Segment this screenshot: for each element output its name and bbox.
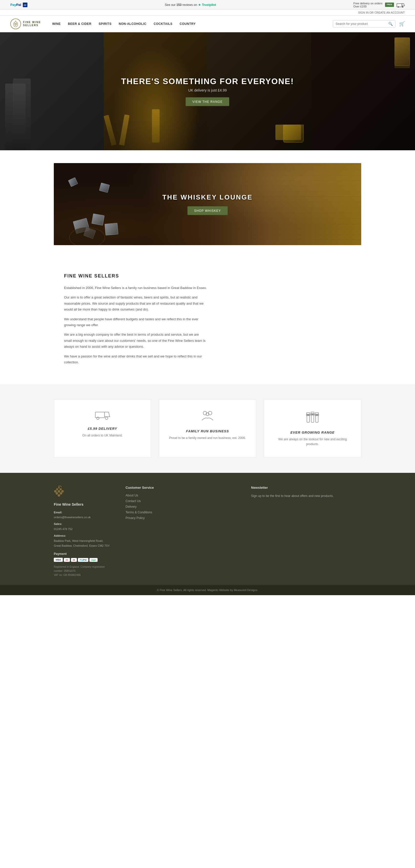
footer-link-terms[interactable]: Terms & Conditions (126, 510, 236, 514)
svg-point-37 (61, 490, 64, 493)
ice-cube-2 (92, 213, 105, 225)
about-para-4: We are a big enough company to offer the… (64, 332, 207, 349)
about-para-5: We have a passion for the wine and other… (64, 353, 207, 365)
feature-family: FAMILY RUN BUSINESS Proud to be a family… (159, 400, 256, 457)
paypal-badge: PayPal (78, 558, 88, 562)
svg-point-19 (105, 417, 108, 420)
nav-link-beer-cider[interactable]: BEER & CIDER (64, 16, 95, 32)
nav-link-spirits[interactable]: SPIRITS (95, 16, 115, 32)
ice-cube-6 (99, 183, 110, 193)
feature-delivery: £5.99 DELIVERY On all orders to UK Mainl… (54, 400, 151, 457)
svg-point-39 (60, 488, 62, 490)
nav-link-non-alcoholic[interactable]: NON-ALCOHOLIC (115, 16, 150, 32)
whiskey-content: THE WHISKEY LOUNGE Shop Whiskey (163, 193, 253, 215)
svg-point-7 (13, 22, 18, 27)
signin-link[interactable]: SIGN IN (358, 11, 369, 14)
feature-family-title: FAMILY RUN BUSINESS (167, 429, 248, 433)
footer-newsletter-title: Newsletter (251, 486, 361, 490)
whiskey-banner: THE WHISKEY LOUNGE Shop Whiskey (54, 163, 361, 245)
footer-copyright: © Fine Wine Sellers. All rights reserved… (157, 589, 258, 592)
svg-marker-16 (105, 412, 110, 417)
hero-title: THERE'S SOMETHING FOR EVERYONE! (121, 77, 294, 86)
hero-banner: THERE'S SOMETHING FOR EVERYONE! UK deliv… (0, 32, 415, 150)
logo-link[interactable]: FINE WINE SELLERS (10, 19, 41, 29)
svg-rect-15 (95, 412, 105, 418)
search-input[interactable] (336, 22, 387, 26)
footer-link-about[interactable]: About Us (126, 494, 236, 497)
ice-cube-5 (68, 177, 78, 187)
feature-family-desc: Proud to be a family owned and run busin… (167, 436, 248, 440)
svg-point-38 (56, 488, 58, 490)
free-delivery-badge: FREE (385, 3, 394, 7)
svg-point-18 (97, 417, 99, 420)
svg-point-32 (58, 494, 60, 497)
trustpilot-section: See our 153 reviews on ★ Trustpilot (165, 3, 216, 7)
whiskey-title: THE WHISKEY LOUNGE (163, 193, 253, 201)
sage-badge: sage (90, 558, 98, 562)
svg-rect-29 (316, 415, 318, 422)
reviews-suffix: reviews on (182, 3, 197, 7)
logo-icon (10, 19, 21, 29)
feature-range: EVER GROWING RANGE We are always on the … (264, 400, 361, 457)
logo-text: FINE WINE SELLERS (23, 21, 41, 27)
family-icon (167, 410, 248, 425)
svg-point-9 (14, 23, 15, 24)
svg-marker-3 (402, 4, 405, 6)
footer-email-link[interactable]: orders@finewinesellers.co.uk (54, 516, 91, 519)
footer-link-delivery[interactable]: Delivery (126, 505, 236, 508)
create-account-link[interactable]: CREATE AN ACCOUNT (375, 11, 405, 14)
footer-link-privacy[interactable]: Privacy Policy (126, 516, 236, 520)
svg-rect-26 (311, 415, 314, 422)
reviews-text: See our (165, 3, 176, 7)
shop-whiskey-button[interactable]: Shop Whiskey (187, 207, 228, 215)
footer-grape-icon (54, 486, 110, 500)
svg-point-13 (15, 25, 16, 26)
hero-panel-4 (311, 32, 415, 150)
bottles-icon (272, 410, 353, 427)
search-icon[interactable]: 🔍 (388, 22, 393, 26)
about-para-1: Established in 2006, Fine Wine Sellers i… (64, 285, 207, 291)
nav-link-country[interactable]: COUNTRY (176, 16, 199, 32)
svg-point-12 (16, 24, 17, 25)
footer-bottom: © Fine Wine Sellers. All rights reserved… (0, 585, 415, 595)
free-delivery-section: Free delivery on orders Over £100 FREE (353, 2, 405, 8)
trustpilot-star-icon: ★ (198, 3, 202, 7)
about-para-3: We understand that people have different… (64, 316, 207, 328)
cart-icon[interactable]: 🛒 (399, 21, 405, 27)
search-box: 🔍 (333, 20, 395, 27)
delivery-truck-icon (396, 2, 405, 8)
footer-payment-title: Payment (54, 552, 110, 556)
hero-view-range-button[interactable]: View the range (186, 97, 229, 106)
reviews-count: 153 (176, 3, 182, 7)
hero-subtitle: UK delivery is just £4.99 (121, 88, 294, 92)
footer-reg-text: Registered in England. Company registrat… (54, 565, 110, 577)
about-title: FINE WINE SELLERS (64, 273, 351, 279)
nav-link-wine[interactable]: WINE (49, 16, 64, 32)
svg-point-35 (58, 490, 60, 493)
feature-range-desc: We are always on the lookout for new and… (272, 437, 353, 447)
paypal-icon: PayPal (10, 3, 21, 7)
nav-link-cocktails[interactable]: COCKTAILS (150, 16, 176, 32)
svg-point-5 (402, 6, 403, 7)
delivery-icon (62, 410, 143, 423)
footer: Fine Wine Sellers Email: orders@finewine… (0, 473, 415, 585)
footer-customer-service-col: Customer Service About Us Contact Us Del… (126, 486, 236, 578)
payment-icons: VISA ●● ●● PayPal sage (54, 558, 110, 562)
svg-point-11 (14, 24, 15, 25)
footer-newsletter-text: Sign up to be the first to hear about of… (251, 494, 361, 498)
footer-link-contact[interactable]: Contact Us (126, 499, 236, 503)
whiskey-lounge-section: THE WHISKEY LOUNGE Shop Whiskey (0, 163, 415, 245)
features-section: £5.99 DELIVERY On all orders to UK Mainl… (0, 384, 415, 473)
svg-point-40 (58, 487, 60, 489)
about-para-2: Our aim is to offer a great selection of… (64, 294, 207, 312)
signin-bar: SIGN IN OR CREATE AN ACCOUNT (0, 10, 415, 16)
maestro-badge: ●● (71, 558, 77, 562)
footer-newsletter-col: Newsletter Sign up to be the first to he… (251, 486, 361, 578)
nav-bar: FINE WINE SELLERS WINE BEER & CIDER SPIR… (0, 16, 415, 32)
svg-rect-2 (397, 4, 402, 7)
svg-point-14 (15, 24, 16, 24)
feature-range-title: EVER GROWING RANGE (272, 431, 353, 434)
footer-address-info: Address: Baddow Park, West Hanningfield … (54, 533, 110, 549)
footer-email-info: Email: orders@finewinesellers.co.uk (54, 510, 110, 520)
svg-point-33 (56, 492, 58, 495)
